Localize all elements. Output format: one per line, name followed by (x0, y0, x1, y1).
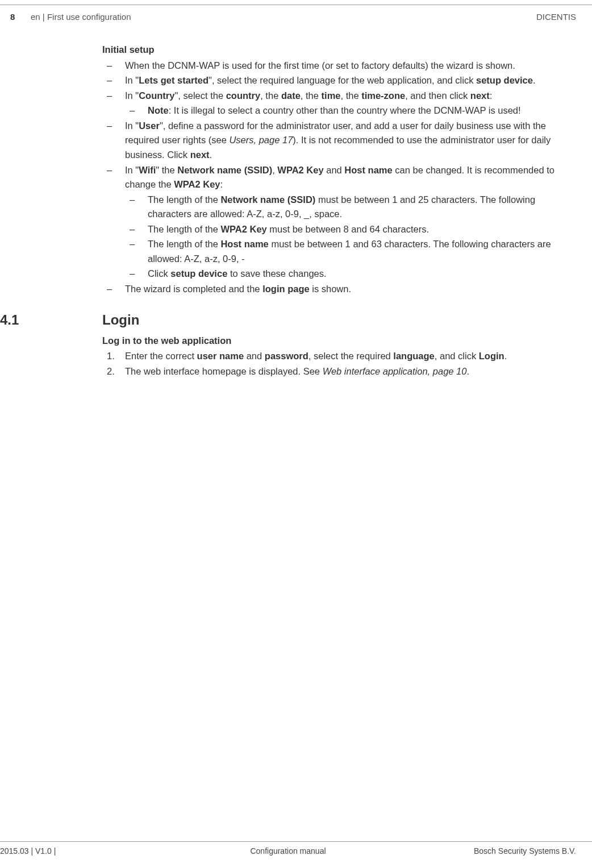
list-item: In "Country", select the country, the da… (102, 89, 569, 118)
list-item: The web interface homepage is displayed.… (102, 364, 569, 379)
page-footer: 2015.03 | V1.0 | Configuration manual Bo… (0, 845, 592, 858)
list-item: In "Wifi" the Network name (SSID), WPA2 … (102, 163, 569, 282)
initial-setup-heading: Initial setup (102, 43, 569, 57)
page-number: 8 (10, 10, 31, 23)
list-item: In "User", define a password for the adm… (102, 119, 569, 163)
footer-right: Bosch Security Systems B.V. (384, 845, 576, 858)
login-heading: 4.1 Login (102, 309, 569, 330)
login-subheading: Log in to the web application (102, 334, 569, 348)
page-body: Initial setup When the DCNM-WAP is used … (102, 43, 569, 379)
list-item: The length of the WPA2 Key must be betwe… (125, 222, 569, 237)
section-title: Login (102, 312, 139, 327)
header-product: DICENTIS (536, 10, 576, 23)
list-item: When the DCNM-WAP is used for the first … (102, 59, 569, 73)
list-item: The wizard is completed and the login pa… (102, 282, 569, 297)
footer-left: 2015.03 | V1.0 | (0, 845, 192, 858)
list-item: Note: It is illegal to select a country … (125, 103, 569, 118)
list-item: In "Lets get started", select the requir… (102, 73, 569, 88)
list-item: Enter the correct user name and password… (102, 349, 569, 364)
page-header: 8 en | First use configuration DICENTIS (0, 10, 592, 23)
header-title: en | First use configuration (31, 10, 131, 23)
section-number: 4.1 (0, 309, 19, 330)
footer-center: Configuration manual (192, 845, 384, 858)
list-item: The length of the Network name (SSID) mu… (125, 193, 569, 222)
list-item: Click setup device to save these changes… (125, 267, 569, 281)
list-item: The length of the Host name must be betw… (125, 237, 569, 266)
